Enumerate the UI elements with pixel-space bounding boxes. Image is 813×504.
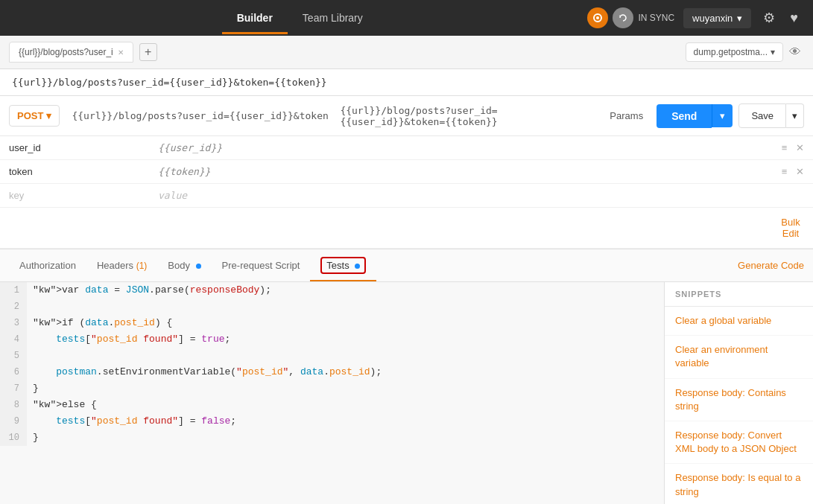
line-content: postman.setEnvironmentVariable("post_id"… [27,364,382,380]
line-number: 10 [0,430,27,446]
line-content [27,348,39,364]
bulk-edit-label: Bulk Edit [781,217,800,239]
code-line: 3"kw">if (data.post_id) { [0,315,664,331]
param-value: {{token}} [149,160,768,184]
headers-tab-label: Headers [97,260,133,271]
list-item[interactable]: Clear an environment variable [665,336,813,378]
add-tab-button[interactable]: + [139,43,157,61]
list-item[interactable]: Response body: Contains string [665,379,813,421]
heart-icon-button[interactable]: ♥ [787,7,801,29]
code-line: 6 postman.setEnvironmentVariable("post_i… [0,364,664,380]
builder-tab-label: Builder [237,12,273,24]
params-label: Params [610,110,643,121]
tests-tab-label: Tests [326,260,349,271]
tab-pre-request[interactable]: Pre-request Script [212,252,311,278]
line-number: 1 [0,282,27,299]
env-label: dump.getpostma... [694,47,768,57]
tab-tests[interactable]: Tests [310,249,376,281]
method-label: POST [17,110,43,121]
save-dropdown-button[interactable]: ▾ [786,103,804,128]
code-line: 2 [0,299,664,315]
sync-label: IN SYNC [638,13,674,23]
tab-team-library[interactable]: Team Library [288,1,378,34]
param-actions: ≡ ✕ [768,136,813,160]
line-number: 3 [0,315,27,331]
save-label: Save [751,110,774,121]
list-item[interactable]: Response body: Convert XML body to a JSO… [665,421,813,464]
table-row: user_id {{user_id}} ≡ ✕ [0,136,813,160]
code-line: 5 [0,348,664,364]
url-input[interactable] [66,107,334,124]
pre-request-tab-label: Pre-request Script [222,260,300,271]
url-input-display: {{url}}/blog/posts?user_id={{user_id}}&t… [340,105,596,127]
param-actions: ≡ ✕ [768,160,813,184]
line-content: "kw">else { [27,397,97,413]
request-url-display: {{url}}/blog/posts?user_id={{user_id}}&t… [0,69,813,96]
user-menu-button[interactable]: wuyanxin ▾ [683,8,751,28]
list-item[interactable]: Clear a global variable [665,307,813,336]
chevron-down-icon: ▾ [46,110,51,121]
chevron-down-icon: ▾ [737,13,742,24]
snippets-list: Clear a global variableClear an environm… [665,307,813,504]
tests-active-dot [355,264,360,269]
line-content: "kw">var data = JSON.parse(responseBody)… [27,282,271,299]
headers-count-badge: (1) [136,261,148,271]
param-key: user_id [0,136,149,160]
environment-dropdown[interactable]: dump.getpostma... ▾ [686,42,783,62]
save-button[interactable]: Save [738,103,786,128]
send-button[interactable]: Send [657,104,712,128]
code-line: 8"kw">else { [0,397,664,413]
sync-status: IN SYNC [587,7,674,28]
line-number: 4 [0,331,27,348]
param-menu-icon[interactable]: ≡ [782,142,788,153]
code-line: 7} [0,380,664,397]
tab-body[interactable]: Body [157,252,211,278]
send-label: Send [671,110,697,122]
close-tab-icon[interactable]: ✕ [118,48,124,57]
tab-headers[interactable]: Headers (1) [86,252,157,278]
line-number: 6 [0,364,27,380]
snippets-title: SNIPPETS [675,290,721,299]
line-number: 8 [0,397,27,413]
url-bar-area: {{url}}/blog/posts?user_i ✕ + dump.getpo… [0,36,813,69]
line-number: 7 [0,380,27,397]
code-line: 9 tests["post_id found"] = false; [0,413,664,430]
nav-center: Builder Team Library [222,1,378,34]
chevron-down-icon: ▾ [771,47,775,57]
line-content: } [27,430,39,446]
params-bulk-edit-row: Bulk Edit [0,208,813,249]
sync-icon [613,7,633,28]
param-value: value [149,184,768,208]
nav-right: IN SYNC wuyanxin ▾ ⚙ ♥ [587,7,801,29]
send-save-group: Send ▾ Save ▾ [657,103,804,128]
line-number: 5 [0,348,27,364]
param-menu-icon[interactable]: ≡ [782,166,788,177]
request-line: POST ▾ {{url}}/blog/posts?user_id={{user… [0,96,813,136]
params-table: user_id {{user_id}} ≡ ✕ token {{token}} … [0,136,813,249]
team-library-tab-label: Team Library [303,12,363,24]
param-key: key [0,184,149,208]
url-tab[interactable]: {{url}}/blog/posts?user_i ✕ [9,42,133,63]
top-navbar: Builder Team Library IN SYNC wuyanxin [0,0,813,36]
table-row: key value [0,184,813,208]
settings-icon-button[interactable]: ⚙ [760,7,778,29]
eye-button[interactable]: 👁 [786,42,804,62]
param-delete-icon[interactable]: ✕ [796,166,804,177]
tab-authorization[interactable]: Authorization [9,252,86,278]
request-builder: POST ▾ {{url}}/blog/posts?user_id={{user… [0,96,813,282]
username-label: wuyanxin [692,13,733,24]
tab-builder[interactable]: Builder [222,1,288,34]
list-item[interactable]: Response body: Is equal to a string [665,464,813,504]
code-area: 1"kw">var data = JSON.parse(responseBody… [0,282,813,504]
code-editor[interactable]: 1"kw">var data = JSON.parse(responseBody… [0,282,664,504]
method-dropdown[interactable]: POST ▾ [9,105,60,127]
env-selector: dump.getpostma... ▾ 👁 [686,42,804,62]
params-button[interactable]: Params [602,106,651,126]
line-number: 9 [0,413,27,430]
code-line: 1"kw">var data = JSON.parse(responseBody… [0,282,664,299]
bulk-edit-button[interactable]: Bulk Edit [777,214,804,242]
url-tab-label: {{url}}/blog/posts?user_i [19,47,113,57]
send-dropdown-button[interactable]: ▾ [712,104,733,127]
generate-code-button[interactable]: Generate Code [738,260,804,271]
param-delete-icon[interactable]: ✕ [796,142,804,153]
